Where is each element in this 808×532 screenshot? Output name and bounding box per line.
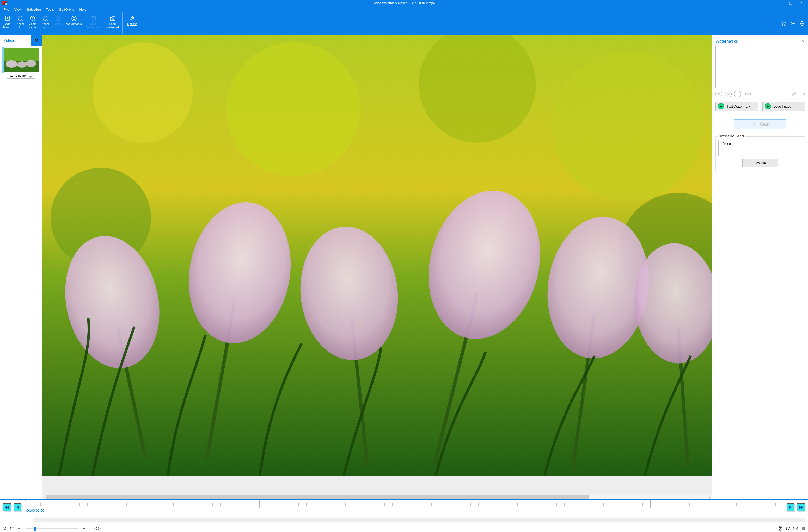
arrow-right-icon bbox=[750, 122, 757, 126]
zoom-slider[interactable] bbox=[25, 528, 78, 529]
svg-line-68 bbox=[6, 529, 7, 530]
main-area: Videos Field - 89182.mp4 bbox=[0, 34, 808, 499]
add-text-watermark-button[interactable]: + Text Watermark bbox=[715, 101, 758, 111]
video-thumbnail[interactable]: Field - 89182.mp4 bbox=[3, 49, 39, 79]
browse-button[interactable]: Browse bbox=[742, 159, 778, 167]
watermarks-list[interactable] bbox=[715, 46, 805, 88]
delete-watermark-label[interactable]: Delete bbox=[743, 92, 753, 96]
maximize-button[interactable] bbox=[785, 0, 796, 6]
stop-button: Stop bbox=[52, 14, 65, 33]
svg-marker-65 bbox=[799, 506, 801, 509]
watermarks-panel-close[interactable]: ✕ bbox=[802, 39, 805, 43]
add-logo-image-button[interactable]: + Logo Image bbox=[763, 101, 805, 111]
load-watermark-icon: W bbox=[109, 15, 116, 22]
zoom-slider-knob[interactable] bbox=[34, 527, 36, 531]
facebook-icon[interactable] bbox=[777, 526, 783, 531]
magnify-icon[interactable] bbox=[3, 526, 7, 531]
menu-selection[interactable]: Selection bbox=[27, 7, 41, 12]
zoom-percent-label: 45% bbox=[94, 527, 100, 530]
resize-grip-icon bbox=[804, 520, 807, 524]
save-watermark-button: W SaveWatermark bbox=[84, 14, 103, 33]
watermarks-button[interactable]: Watermarks bbox=[65, 14, 84, 33]
svg-line-10 bbox=[22, 20, 23, 21]
svg-rect-18 bbox=[57, 17, 59, 20]
timeline-playhead[interactable] bbox=[25, 500, 25, 515]
scroll-right-arrow[interactable]: › bbox=[708, 496, 712, 499]
svg-text:W: W bbox=[92, 17, 95, 20]
sidebar-tab-close[interactable] bbox=[31, 35, 42, 45]
svg-marker-72 bbox=[795, 528, 796, 529]
svg-point-26 bbox=[791, 22, 793, 24]
skip-back-button[interactable] bbox=[3, 504, 11, 511]
youtube-icon[interactable] bbox=[793, 526, 798, 531]
preview-hscrollbar[interactable]: ‹ › bbox=[42, 495, 712, 499]
edit-watermark-label[interactable]: Edit bbox=[800, 92, 805, 96]
svg-point-39 bbox=[26, 60, 36, 67]
menu-file[interactable]: File bbox=[4, 7, 9, 12]
timeline-track[interactable]: 00:00:00 00 bbox=[24, 500, 784, 515]
start-button[interactable]: Start bbox=[734, 119, 786, 129]
step-back-button[interactable] bbox=[14, 504, 21, 511]
load-watermark-button[interactable]: W LoadWatermark bbox=[103, 14, 122, 33]
window-resize-grip[interactable] bbox=[802, 527, 805, 530]
svg-rect-64 bbox=[792, 506, 792, 509]
menubar: File View Selection Tools SoftOrbits Hel… bbox=[0, 6, 808, 13]
wrench-icon bbox=[129, 15, 135, 22]
window-title: Video Watermark Maker - Field - 89182.mp… bbox=[0, 1, 808, 5]
save-watermark-icon: W bbox=[90, 15, 97, 22]
svg-rect-20 bbox=[91, 16, 95, 20]
destination-folder-group: Destination Folder c:\results Browse bbox=[715, 136, 805, 171]
watermarks-panel-title: Watermarks bbox=[715, 39, 738, 44]
toolbar: AddFile(s)... Zoomin 1 Zoomnormal Zoomou… bbox=[0, 13, 808, 34]
svg-rect-1 bbox=[789, 2, 792, 4]
svg-point-37 bbox=[6, 60, 17, 68]
destination-folder-legend: Destination Folder bbox=[718, 134, 745, 138]
svg-rect-71 bbox=[793, 527, 798, 530]
zoom-normal-button[interactable]: 1 Zoomnormal bbox=[26, 14, 39, 33]
preview-viewport[interactable] bbox=[42, 35, 712, 476]
destination-folder-input[interactable]: c:\results bbox=[718, 140, 802, 156]
zoom-in-icon bbox=[17, 15, 24, 22]
add-file-icon bbox=[4, 15, 11, 22]
svg-text:1: 1 bbox=[32, 17, 33, 20]
zoom-out-icon bbox=[42, 15, 49, 22]
move-up-button[interactable] bbox=[715, 91, 722, 97]
menu-view[interactable]: View bbox=[14, 7, 22, 12]
zoom-out-button[interactable]: Zoomout bbox=[39, 14, 52, 33]
step-forward-button[interactable] bbox=[787, 504, 794, 511]
options-button[interactable]: Options bbox=[123, 14, 142, 33]
watermark-extra-button[interactable] bbox=[734, 91, 741, 97]
secondary-scrollbar[interactable] bbox=[0, 515, 808, 525]
skip-forward-button[interactable] bbox=[797, 504, 805, 511]
fit-screen-icon[interactable] bbox=[10, 526, 15, 531]
twitter-icon[interactable] bbox=[785, 526, 790, 531]
preview-padding bbox=[42, 476, 712, 495]
svg-marker-63 bbox=[789, 506, 791, 509]
zoom-plus-button[interactable]: + bbox=[82, 526, 86, 531]
timeline: 00:00:00 00 bbox=[0, 499, 808, 515]
sidebar-tab-videos[interactable]: Videos bbox=[0, 35, 31, 45]
globe-icon[interactable] bbox=[799, 21, 805, 26]
zoom-in-button[interactable]: Zoomin bbox=[14, 14, 26, 33]
key-icon[interactable] bbox=[790, 21, 795, 26]
preview-area: ‹ › bbox=[42, 35, 712, 499]
plus-icon: + bbox=[718, 103, 724, 109]
menu-tools[interactable]: Tools bbox=[46, 7, 54, 12]
watermarks-panel: Watermarks ✕ Delete Edit + Text Watermar… bbox=[712, 35, 808, 499]
edit-watermark-icon[interactable] bbox=[791, 91, 797, 97]
timeline-time-label: 00:00:00 00 bbox=[26, 509, 44, 512]
statusbar: − + 45% bbox=[0, 525, 808, 532]
copyright-icon bbox=[71, 15, 77, 22]
cart-icon[interactable] bbox=[781, 21, 786, 26]
minimize-button[interactable] bbox=[774, 0, 785, 6]
menu-softorbits[interactable]: SoftOrbits bbox=[59, 7, 74, 12]
zoom-minus-button[interactable]: − bbox=[17, 526, 21, 531]
sidebar: Videos Field - 89182.mp4 bbox=[0, 35, 42, 499]
scroll-left-arrow[interactable]: ‹ bbox=[42, 496, 47, 499]
svg-point-42 bbox=[226, 42, 360, 176]
menu-help[interactable]: Help bbox=[79, 7, 87, 12]
close-button[interactable] bbox=[796, 0, 808, 6]
svg-point-41 bbox=[93, 42, 193, 143]
add-files-button[interactable]: AddFile(s)... bbox=[2, 14, 14, 33]
move-down-button[interactable] bbox=[725, 91, 732, 97]
